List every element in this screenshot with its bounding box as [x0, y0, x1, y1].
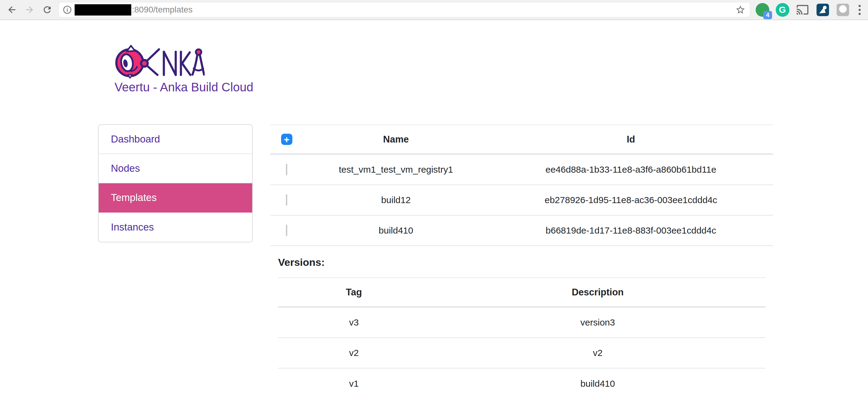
- extension-gray[interactable]: [835, 2, 850, 17]
- version-description: v2: [430, 348, 766, 358]
- extension-cast[interactable]: [795, 2, 810, 17]
- sidebar-item-label: Nodes: [111, 163, 140, 174]
- templates-section: + Name Id test_vm1_test_vm_registry1 ee4…: [270, 125, 773, 405]
- extensions-area: 4 G: [755, 2, 864, 17]
- column-header-name: Name: [303, 134, 489, 145]
- row-checkbox[interactable]: [286, 194, 287, 206]
- url-text: :8090/templates: [132, 5, 192, 14]
- gray-app-icon: [837, 4, 849, 16]
- sidebar-item-templates[interactable]: Templates: [99, 183, 252, 213]
- extension-badge-count: 4: [763, 11, 772, 19]
- version-row: v2 v2: [278, 338, 766, 369]
- version-row: v1 build410: [278, 369, 766, 399]
- extension-green-badge[interactable]: 4: [755, 2, 770, 17]
- templates-table-header: + Name Id: [270, 125, 773, 155]
- versions-heading: Versions:: [278, 256, 766, 268]
- template-name: test_vm1_test_vm_registry1: [303, 164, 489, 175]
- sidebar-item-nodes[interactable]: Nodes: [99, 154, 252, 183]
- template-row: build12 eb278926-1d95-11e8-ac36-003ee1cd…: [270, 185, 773, 216]
- sidebar-item-label: Templates: [111, 192, 157, 204]
- page-body: Veertu - Anka Build Cloud Dashboard Node…: [0, 20, 868, 404]
- template-id: eb278926-1d95-11e8-ac36-003ee1cddd4c: [489, 195, 773, 205]
- template-row: test_vm1_test_vm_registry1 ee46d88a-1b33…: [270, 155, 773, 185]
- row-checkbox[interactable]: [286, 164, 287, 175]
- forward-button[interactable]: [24, 4, 35, 15]
- template-name: build410: [303, 225, 489, 236]
- row-checkbox[interactable]: [286, 225, 287, 236]
- version-tag: v1: [278, 378, 430, 389]
- sidebar-item-label: Instances: [111, 221, 154, 233]
- sidebar-nav: Dashboard Nodes Templates Instances: [98, 124, 253, 242]
- reload-button[interactable]: [41, 4, 53, 15]
- navy-app-icon: [816, 4, 829, 16]
- redacted-host-box: [74, 4, 131, 15]
- template-id: b66819de-1d17-11e8-883f-003ee1cddd4c: [489, 225, 773, 236]
- sidebar-item-label: Dashboard: [111, 133, 160, 145]
- extension-grammarly[interactable]: G: [775, 2, 790, 17]
- versions-table-header: Tag Description: [278, 277, 766, 308]
- sidebar-item-instances[interactable]: Instances: [99, 213, 252, 242]
- forward-arrow-icon: [24, 5, 35, 15]
- grammarly-icon: G: [776, 3, 789, 17]
- back-button[interactable]: [6, 4, 18, 15]
- browser-toolbar: :8090/templates 4 G: [0, 0, 868, 20]
- versions-section: Versions: Tag Description v3 version3 v2…: [278, 256, 766, 399]
- page-info-icon[interactable]: [62, 5, 72, 14]
- browser-menu-button[interactable]: [856, 5, 864, 15]
- chromecast-icon: [796, 3, 809, 16]
- add-template-button[interactable]: +: [281, 134, 292, 145]
- version-description: version3: [430, 317, 766, 328]
- template-row: build410 b66819de-1d17-11e8-883f-003ee1c…: [270, 216, 773, 246]
- extension-navy[interactable]: [815, 2, 830, 17]
- sidebar-item-dashboard[interactable]: Dashboard: [99, 125, 252, 154]
- brand-title: Veertu - Anka Build Cloud: [115, 81, 253, 94]
- template-id: ee46d88a-1b33-11e8-a3f6-a860b61bd11e: [489, 164, 773, 175]
- reload-icon: [42, 5, 52, 15]
- column-header-id: Id: [489, 134, 773, 145]
- version-row: v3 version3: [278, 308, 766, 338]
- url-bar[interactable]: :8090/templates: [59, 2, 750, 18]
- column-header-description: Description: [430, 287, 766, 298]
- back-arrow-icon: [7, 5, 17, 15]
- version-tag: v2: [278, 348, 430, 358]
- version-tag: v3: [278, 317, 430, 328]
- anka-logo: [113, 44, 205, 79]
- template-name: build12: [303, 195, 489, 205]
- version-description: build410: [430, 378, 766, 389]
- bookmark-star-icon[interactable]: [735, 5, 746, 15]
- column-header-tag: Tag: [278, 287, 430, 298]
